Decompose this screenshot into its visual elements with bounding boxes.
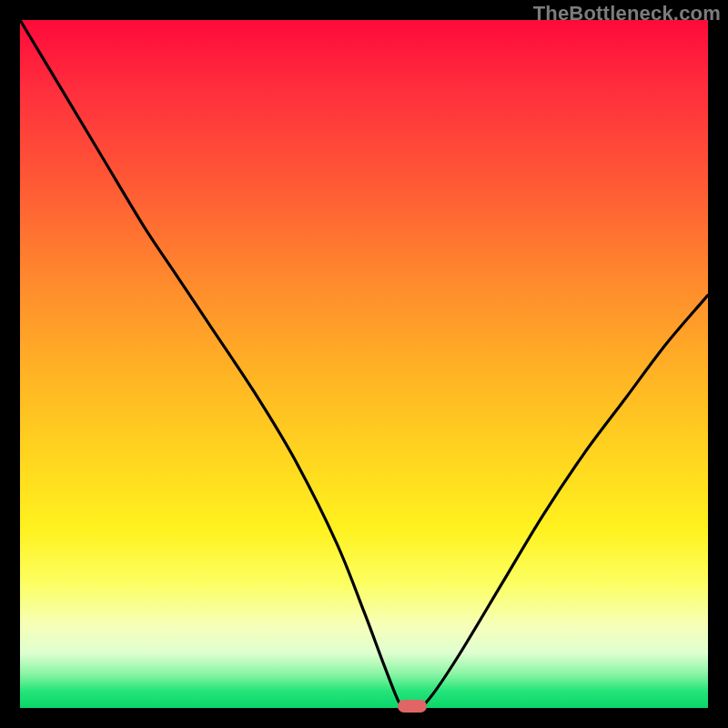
optimum-marker: [398, 700, 427, 713]
chart-stage: TheBottleneck.com: [0, 0, 728, 728]
plot-area: [20, 20, 708, 708]
curve-layer: [20, 20, 708, 708]
bottleneck-curve: [20, 20, 708, 708]
